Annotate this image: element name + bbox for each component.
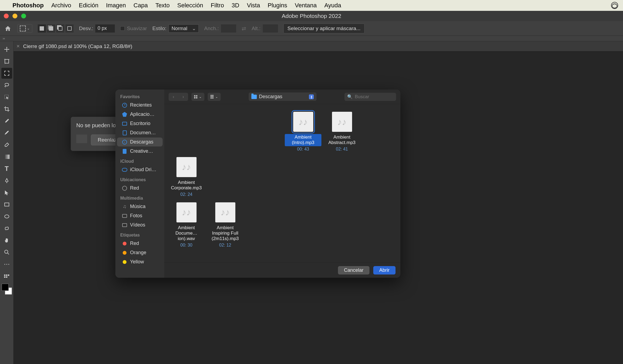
tool-type[interactable]: T — [1, 163, 12, 174]
menu-plugins[interactable]: Plugins — [268, 2, 287, 9]
svg-point-5 — [5, 250, 8, 253]
sidebar-item-downloads[interactable]: Descargas — [117, 138, 163, 146]
svg-rect-4 — [4, 155, 10, 159]
menu-seleccion[interactable]: Selección — [177, 2, 203, 9]
menu-texto[interactable]: Texto — [155, 2, 170, 9]
window-minimize-button[interactable] — [12, 14, 17, 18]
foreground-swatch[interactable] — [2, 284, 9, 291]
tool-pen[interactable] — [1, 175, 12, 186]
group-mode-button[interactable]: ⌄ — [208, 93, 221, 101]
active-tool-dropdown[interactable]: ⌄ — [17, 24, 32, 33]
tool-gradient[interactable] — [1, 151, 12, 162]
sidebar-item-icloud-drive[interactable]: iCloud Dri… — [117, 165, 163, 174]
sidebar-item-photos[interactable]: Fotos — [117, 211, 163, 220]
search-input[interactable] — [355, 94, 393, 100]
close-tab-icon[interactable]: ✕ — [16, 44, 20, 49]
document-tab-label: Cierre gif 1080.psd al 100% (Capa 12, RG… — [23, 43, 132, 49]
menu-3d[interactable]: 3D — [232, 2, 239, 9]
file-duration: 02: 24 — [180, 192, 192, 197]
svg-line-6 — [8, 253, 9, 254]
menu-edicion[interactable]: Edición — [79, 2, 98, 9]
file-icon — [123, 149, 127, 154]
chevron-down-icon: ⌄ — [27, 26, 30, 30]
select-and-mask-button[interactable]: Seleccionar y aplicar máscara... — [283, 24, 365, 33]
tool-brush[interactable] — [1, 127, 12, 138]
tool-rectangle[interactable] — [1, 199, 12, 210]
window-maximize-button[interactable] — [21, 14, 26, 18]
group-icon — [210, 95, 214, 98]
document-tab[interactable]: ✕ Cierre gif 1080.psd al 100% (Capa 12, … — [14, 41, 623, 52]
tool-ellipse[interactable] — [1, 211, 12, 222]
clock-icon — [122, 103, 127, 108]
antialias-checkbox — [120, 26, 125, 31]
file-item[interactable]: ♪♪ Ambient Docume…ion).wav 00: 30 — [167, 201, 206, 251]
file-name: Ambient Abstract.mp3 — [324, 134, 360, 146]
menu-vista[interactable]: Vista — [247, 2, 260, 9]
file-item[interactable]: ♪♪ Ambient Corporate.mp3 02: 24 — [167, 155, 206, 201]
menu-ventana[interactable]: Ventana — [295, 2, 317, 9]
nav-forward-button[interactable]: › — [178, 93, 188, 101]
sidebar-tag-orange[interactable]: Orange — [117, 248, 163, 257]
tool-lasso[interactable] — [1, 80, 12, 91]
sidebar-item-recents[interactable]: Recientes — [117, 101, 163, 110]
tool-marquee[interactable] — [1, 68, 12, 79]
location-dropdown[interactable]: Descargas ▴▾ — [249, 92, 317, 101]
selection-mode-add[interactable] — [47, 24, 55, 33]
list-row-placeholder — [76, 135, 87, 143]
tool-more[interactable]: ⋯ — [1, 259, 12, 270]
creative-cloud-icon[interactable] — [611, 2, 618, 9]
sidebar-item-applications[interactable]: Aplicacio… — [117, 110, 163, 119]
file-item[interactable]: ♪♪ Ambient (Intro).mp3 00: 43 — [284, 110, 322, 155]
tool-artboard[interactable] — [1, 56, 12, 67]
tool-object-select[interactable] — [1, 92, 12, 103]
sidebar-item-desktop[interactable]: Escritorio — [117, 119, 163, 128]
window-close-button[interactable] — [4, 14, 9, 18]
feather-input[interactable] — [95, 24, 115, 33]
tool-path-select[interactable] — [1, 187, 12, 198]
selection-mode-intersect[interactable] — [65, 24, 74, 33]
tool-eraser[interactable] — [1, 139, 12, 150]
search-field[interactable]: 🔍 — [344, 93, 396, 101]
menu-capa[interactable]: Capa — [134, 2, 148, 9]
panel-toggle[interactable]: ›› — [0, 36, 623, 41]
marquee-icon — [20, 25, 26, 31]
selection-mode-new[interactable] — [38, 24, 46, 33]
sidebar-item-network[interactable]: Red — [117, 184, 163, 193]
view-mode-button[interactable]: ⌄ — [191, 93, 204, 101]
tool-edit-toolbar[interactable] — [1, 271, 12, 282]
menu-archivo[interactable]: Archivo — [51, 2, 71, 9]
tag-dot-icon — [123, 242, 127, 245]
tool-eyedropper[interactable] — [1, 116, 12, 126]
tool-crop[interactable] — [1, 104, 12, 114]
file-duration: 00: 43 — [297, 147, 309, 152]
chevron-down-icon: ⌄ — [199, 95, 202, 99]
cloud-icon — [122, 168, 127, 172]
menu-ayuda[interactable]: Ayuda — [324, 2, 341, 9]
menu-imagen[interactable]: Imagen — [106, 2, 126, 9]
file-name: Ambient Docume…ion).wav — [168, 225, 205, 242]
style-select[interactable]: Normal — [169, 24, 199, 33]
color-swatches[interactable] — [2, 284, 12, 295]
tool-hand[interactable] — [1, 235, 12, 246]
sidebar-item-music[interactable]: ♫Música — [117, 202, 163, 211]
file-item[interactable]: ♪♪ Ambient Inspiring Full (2m11s).mp3 02… — [206, 201, 245, 251]
document-icon — [123, 130, 127, 135]
sidebar-tag-red[interactable]: Red — [117, 239, 163, 248]
tool-custom-shape[interactable] — [1, 223, 12, 234]
sidebar-item-videos[interactable]: Vídeos — [117, 221, 163, 229]
sidebar-item-creative[interactable]: Creative… — [117, 147, 163, 156]
open-button[interactable]: Abrir — [373, 266, 396, 274]
home-button[interactable] — [4, 24, 12, 33]
selection-mode-subtract[interactable] — [56, 24, 64, 33]
cancel-button[interactable]: Cancelar — [338, 266, 369, 274]
sidebar-item-documents[interactable]: Documen… — [117, 128, 163, 137]
file-item[interactable]: ♪♪ Ambient Abstract.mp3 02: 41 — [322, 110, 361, 155]
tool-move[interactable] — [1, 44, 12, 55]
nav-back-button[interactable]: ‹ — [169, 93, 178, 101]
menubar-app-name[interactable]: Photoshop — [12, 2, 44, 9]
menu-filtro[interactable]: Filtro — [211, 2, 224, 9]
sidebar-label-locations: Ubicaciones — [115, 176, 164, 183]
sidebar-tag-yellow[interactable]: Yellow — [117, 257, 163, 266]
file-open-dialog: Favoritos Recientes Aplicacio… Escritori… — [115, 90, 400, 278]
tool-zoom[interactable] — [1, 247, 12, 258]
